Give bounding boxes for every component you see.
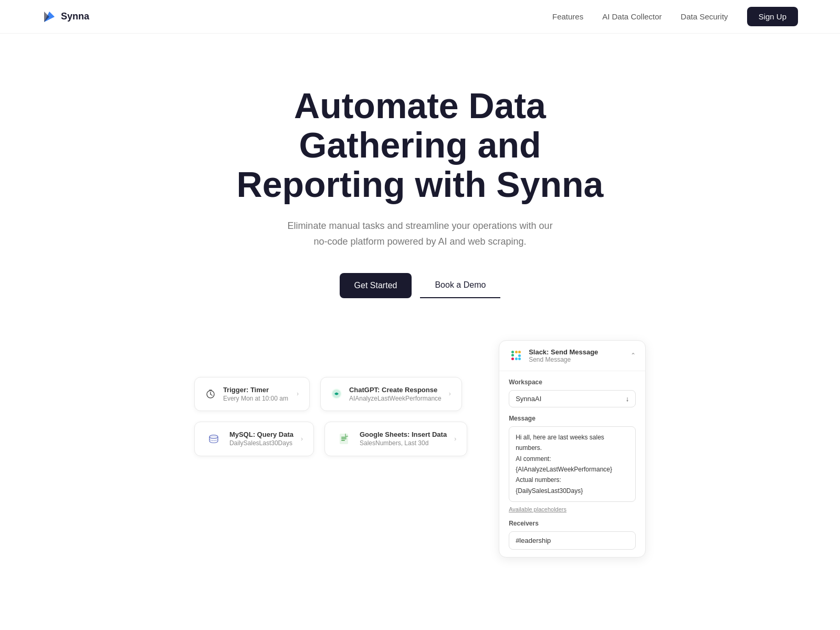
book-demo-button[interactable]: Book a Demo — [420, 273, 500, 298]
slack-header-title: Slack: Send Message — [529, 348, 598, 356]
trigger-timer-text: Trigger: Timer Every Mon at 10:00 am — [223, 386, 289, 402]
chatgpt-icon — [331, 388, 342, 399]
svg-rect-14 — [511, 351, 514, 353]
mysql-card[interactable]: MySQL: Query Data DailySalesLast30Days › — [194, 422, 314, 456]
receivers-input[interactable]: #leadership — [509, 531, 636, 550]
sheets-chevron[interactable]: › — [454, 435, 456, 443]
svg-line-4 — [211, 394, 212, 395]
message-box[interactable]: Hi all, here are last weeks sales number… — [509, 426, 636, 502]
slack-body: Workspace SynnaAI ↓ Message Hi all, here… — [499, 371, 645, 557]
trigger-timer-chevron[interactable]: › — [297, 390, 299, 397]
demo-section: Trigger: Timer Every Mon at 10:00 am › C… — [0, 330, 840, 600]
slack-titles: Slack: Send Message Send Message — [529, 348, 598, 363]
chatgpt-text: ChatGPT: Create Response AIAnalyzeLastWe… — [349, 386, 442, 402]
svg-rect-15 — [511, 354, 514, 356]
slack-panel: Slack: Send Message Send Message ⌃ Works… — [499, 340, 646, 558]
message-line-3: Actual numbers: — [516, 475, 629, 485]
chatgpt-sub: AIAnalyzeLastWeekPerformance — [349, 395, 442, 402]
receivers-label: Receivers — [509, 520, 636, 527]
svg-rect-18 — [511, 358, 514, 360]
timer-icon — [205, 388, 216, 399]
mysql-title: MySQL: Query Data — [229, 430, 293, 438]
signup-button[interactable]: Sign Up — [747, 7, 798, 26]
message-line-4: {DailySalesLast30Days} — [516, 486, 629, 496]
nav-features[interactable]: Features — [552, 12, 583, 21]
slack-panel-header: Slack: Send Message Send Message ⌃ — [499, 341, 645, 371]
workspace-label: Workspace — [509, 379, 636, 386]
svg-rect-17 — [518, 351, 521, 353]
svg-rect-16 — [515, 351, 518, 353]
logo[interactable]: Synna — [42, 9, 89, 24]
chatgpt-title: ChatGPT: Create Response — [349, 386, 442, 394]
mysql-icon — [205, 430, 222, 447]
svg-rect-21 — [515, 358, 518, 360]
hero-section: Automate Data Gathering and Reporting wi… — [0, 34, 840, 330]
nav-links: Features AI Data Collector Data Security… — [552, 7, 798, 26]
svg-rect-11 — [341, 438, 346, 439]
get-started-button[interactable]: Get Started — [340, 273, 412, 298]
sheets-title: Google Sheets: Insert Data — [360, 430, 447, 438]
slack-header-sub: Send Message — [529, 356, 598, 363]
slack-collapse-icon[interactable]: ⌃ — [631, 352, 636, 359]
workflow-cards: Trigger: Timer Every Mon at 10:00 am › C… — [194, 340, 478, 456]
svg-rect-12 — [341, 440, 345, 441]
trigger-timer-sub: Every Mon at 10:00 am — [223, 395, 289, 402]
mysql-chevron[interactable]: › — [301, 435, 303, 443]
workflow-row-1: Trigger: Timer Every Mon at 10:00 am › C… — [194, 377, 467, 411]
logo-icon — [42, 9, 57, 24]
slack-icon — [509, 348, 523, 363]
nav-ai-data-collector[interactable]: AI Data Collector — [602, 12, 662, 21]
google-sheets-card[interactable]: Google Sheets: Insert Data SalesNumbers,… — [324, 422, 467, 456]
workflow-row-2: MySQL: Query Data DailySalesLast30Days › — [194, 422, 467, 456]
logo-text: Synna — [61, 11, 89, 22]
message-line-1: Hi all, here are last weeks sales number… — [516, 432, 629, 454]
workspace-value: SynnaAI — [516, 395, 541, 403]
mysql-text: MySQL: Query Data DailySalesLast30Days — [229, 430, 293, 447]
chatgpt-chevron[interactable]: › — [449, 390, 451, 397]
hero-buttons: Get Started Book a Demo — [42, 273, 798, 298]
svg-rect-10 — [341, 437, 346, 438]
svg-rect-20 — [518, 358, 521, 360]
available-placeholders-link[interactable]: Available placeholders — [509, 506, 636, 512]
mysql-sub: DailySalesLast30Days — [229, 439, 293, 447]
trigger-timer-card[interactable]: Trigger: Timer Every Mon at 10:00 am › — [194, 377, 310, 411]
hero-title: Automate Data Gathering and Reporting wi… — [210, 86, 630, 204]
hero-subtitle: Eliminate manual tasks and streamline yo… — [284, 218, 556, 249]
workspace-select[interactable]: SynnaAI ↓ — [509, 390, 636, 407]
slack-header-left: Slack: Send Message Send Message — [509, 348, 598, 363]
trigger-timer-title: Trigger: Timer — [223, 386, 289, 394]
sheets-icon — [335, 430, 352, 447]
nav-data-security[interactable]: Data Security — [681, 12, 728, 21]
workspace-dropdown-icon: ↓ — [626, 395, 629, 403]
svg-rect-19 — [518, 354, 521, 357]
sheets-sub: SalesNumbers, Last 30d — [360, 439, 447, 447]
chatgpt-card[interactable]: ChatGPT: Create Response AIAnalyzeLastWe… — [320, 377, 462, 411]
message-line-2: AI comment: {AIAnalyzeLastWeekPerformanc… — [516, 454, 629, 475]
svg-rect-13 — [509, 348, 523, 363]
sheets-text: Google Sheets: Insert Data SalesNumbers,… — [360, 430, 447, 447]
message-label: Message — [509, 415, 636, 422]
